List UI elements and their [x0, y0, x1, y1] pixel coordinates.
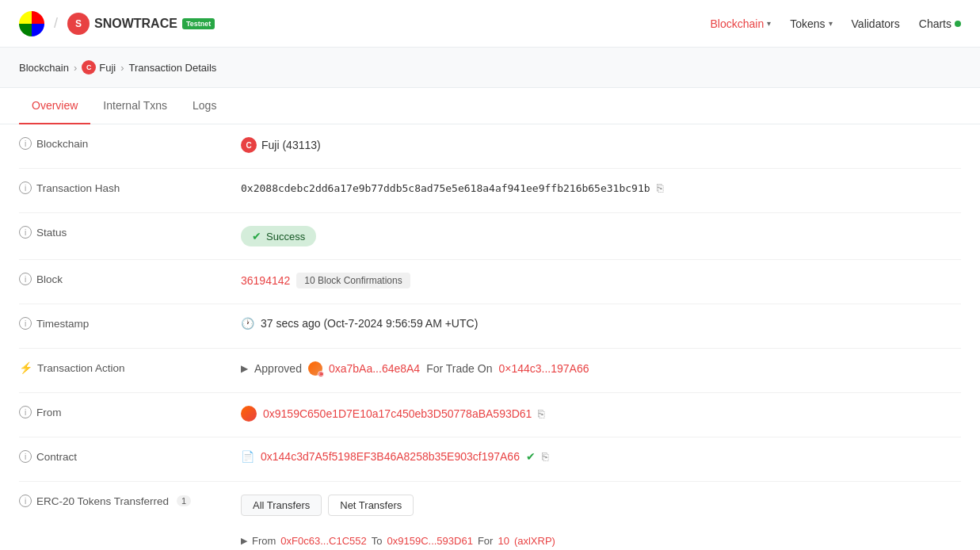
row-status: i Status ✔ Success: [19, 213, 961, 260]
label-erc20: i ERC-20 Tokens Transferred 1: [19, 495, 241, 507]
label-contract: i Contract: [19, 450, 241, 463]
breadcrumb-fuji: C Fuji: [82, 60, 116, 74]
breadcrumb: Blockchain › C Fuji › Transaction Detail…: [0, 48, 980, 88]
value-erc20: All Transfers Net Transfers ▶ From 0xF0c…: [241, 495, 961, 547]
transfer-expand-icon[interactable]: ▶: [241, 536, 247, 546]
tab-internal-txns[interactable]: Internal Txns: [90, 88, 180, 124]
clock-icon: 🕐: [241, 317, 254, 330]
chevron-down-icon: ▾: [829, 19, 833, 28]
charts-status-dot: [955, 21, 961, 27]
transfer-to-link[interactable]: 0x9159C...593D61: [387, 535, 472, 547]
breadcrumb-sep-1: ›: [74, 62, 77, 74]
snowtrace-logo: S SNOWTRACE Testnet: [67, 13, 215, 35]
value-tx-hash: 0x2088cdebc2dd6a17e9b77ddb5c8ad75e5e618a…: [241, 181, 961, 194]
nav-blockchain[interactable]: Blockchain ▾: [710, 17, 771, 30]
row-blockchain: i Blockchain C Fuji (43113): [19, 124, 961, 169]
value-tx-action: ▶ Approved C 0xa7bAa...64e8A4 For Trade …: [241, 361, 961, 376]
info-icon: i: [19, 226, 32, 239]
label-from: i From: [19, 406, 241, 418]
row-block: i Block 36194142 10 Block Confirmations: [19, 260, 961, 304]
header: / S SNOWTRACE Testnet Blockchain ▾ Token…: [0, 0, 980, 48]
contract-file-icon: 📄: [241, 450, 254, 463]
nav-charts[interactable]: Charts: [919, 17, 961, 30]
fuji-badge: C: [241, 137, 257, 153]
net-transfers-button[interactable]: Net Transfers: [328, 495, 414, 516]
row-erc20: i ERC-20 Tokens Transferred 1 All Transf…: [19, 482, 961, 550]
breadcrumb-current: Transaction Details: [129, 62, 217, 74]
transfer-amount: 10: [498, 535, 509, 547]
info-icon: i: [19, 450, 32, 463]
transfers-header: All Transfers Net Transfers: [241, 495, 414, 516]
main-nav: Blockchain ▾ Tokens ▾ Validators Charts: [710, 17, 961, 30]
label-tx-action: ⚡ Transaction Action: [19, 361, 241, 374]
tab-logs[interactable]: Logs: [180, 88, 229, 124]
chevron-down-icon: ▾: [767, 19, 771, 28]
tab-overview[interactable]: Overview: [19, 88, 90, 124]
breadcrumb-blockchain[interactable]: Blockchain: [19, 62, 69, 74]
value-blockchain: C Fuji (43113): [241, 137, 961, 153]
row-tx-hash: i Transaction Hash 0x2088cdebc2dd6a17e9b…: [19, 169, 961, 213]
from-avatar: [241, 406, 257, 422]
value-contract: 📄 0x144c3d7A5f5198EF3B46A8258b35E903cf19…: [241, 450, 961, 463]
contract-address-link[interactable]: 0x144c3d7A5f5198EF3B46A8258b35E903cf197A…: [261, 450, 520, 463]
label-block: i Block: [19, 273, 241, 285]
row-timestamp: i Timestamp 🕐 37 secs ago (Oct-7-2024 9:…: [19, 304, 961, 349]
block-number-link[interactable]: 36194142: [241, 274, 290, 287]
info-icon: i: [19, 317, 32, 330]
check-icon: ✔: [252, 230, 261, 243]
info-icon: i: [19, 137, 32, 150]
tx-to-address-link[interactable]: 0×144c3...197A66: [498, 362, 589, 375]
verified-icon: ✔: [526, 450, 536, 463]
value-from: 0x9159C650e1D7E10a17c450eb3D50778aBA593D…: [241, 406, 961, 422]
nav-validators[interactable]: Validators: [852, 17, 900, 30]
copy-icon[interactable]: ⎘: [657, 181, 663, 194]
breadcrumb-sep-2: ›: [120, 62, 124, 74]
slash-divider: /: [54, 15, 58, 32]
row-contract: i Contract 📄 0x144c3d7A5f5198EF3B46A8258…: [19, 437, 961, 482]
lightning-icon: ⚡: [19, 361, 32, 374]
row-from: i From 0x9159C650e1D7E10a17c450eb3D50778…: [19, 393, 961, 437]
info-icon: i: [19, 181, 32, 194]
transfer-row: ▶ From 0xF0c63...C1C552 To 0x9159C...593…: [241, 535, 555, 547]
transfer-from-link[interactable]: 0xF0c63...C1C552: [280, 535, 366, 547]
confirmations-badge: 10 Block Confirmations: [296, 273, 410, 288]
copy-icon[interactable]: ⎘: [538, 407, 544, 420]
snowtrace-icon: S: [67, 13, 90, 35]
label-timestamp: i Timestamp: [19, 317, 241, 330]
testnet-badge: Testnet: [182, 18, 215, 29]
all-transfers-button[interactable]: All Transfers: [241, 495, 322, 516]
row-tx-action: ⚡ Transaction Action ▶ Approved C 0xa7bA…: [19, 349, 961, 393]
label-tx-hash: i Transaction Hash: [19, 181, 241, 194]
erc20-count-badge: 1: [177, 495, 191, 506]
from-address-link[interactable]: 0x9159C650e1D7E10a17c450eb3D50778aBA593D…: [263, 407, 532, 420]
value-timestamp: 🕐 37 secs ago (Oct-7-2024 9:56:59 AM +UT…: [241, 317, 961, 330]
main-content: i Blockchain C Fuji (43113) i Transactio…: [0, 124, 980, 550]
status-badge: ✔ Success: [241, 226, 316, 246]
tx-hash-text: 0x2088cdebc2dd6a17e9b77ddb5c8ad75e5e618a…: [241, 182, 650, 194]
label-blockchain: i Blockchain: [19, 137, 241, 150]
fuji-value: C Fuji (43113): [241, 137, 321, 153]
token-icon: C: [308, 361, 322, 376]
label-status: i Status: [19, 226, 241, 239]
breadcrumb-fuji-link[interactable]: Fuji: [99, 62, 116, 74]
avax-logo: [19, 11, 44, 36]
info-icon: i: [19, 495, 32, 507]
transfer-token: (axlXRP): [514, 535, 555, 547]
info-icon: i: [19, 406, 32, 418]
tabs: Overview Internal Txns Logs: [0, 88, 980, 124]
value-status: ✔ Success: [241, 226, 961, 246]
nav-tokens[interactable]: Tokens ▾: [790, 17, 832, 30]
action-expand-icon[interactable]: ▶: [241, 363, 248, 374]
tx-from-address-link[interactable]: 0xa7bAa...64e8A4: [329, 362, 420, 375]
fuji-icon: C: [82, 60, 96, 74]
value-block: 36194142 10 Block Confirmations: [241, 273, 961, 288]
snowtrace-text: SNOWTRACE: [94, 17, 177, 31]
info-icon: i: [19, 273, 32, 285]
header-left: / S SNOWTRACE Testnet: [19, 11, 215, 36]
copy-icon[interactable]: ⎘: [542, 450, 548, 463]
